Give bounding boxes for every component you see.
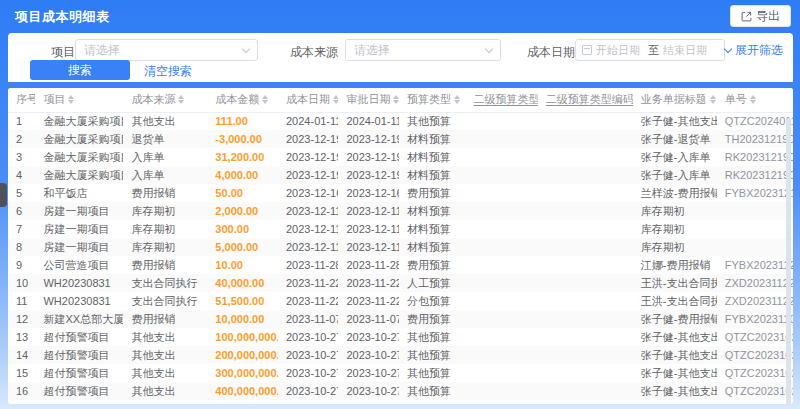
column-label: 成本金额 — [215, 92, 259, 107]
top-bar: 项目成本明细表 导出 — [0, 0, 800, 32]
cell-project: 和平饭店 — [35, 184, 123, 202]
column-header-sub_budget_code[interactable]: 二级预算类型编码 — [538, 88, 633, 112]
cell-index: 13 — [8, 328, 35, 346]
sort-desc-icon[interactable] — [710, 100, 716, 104]
column-header-amount[interactable]: 成本金额 — [207, 88, 278, 112]
cell-sub_budget_code — [538, 310, 633, 328]
end-date-input[interactable] — [663, 44, 711, 56]
cell-source: 库存期初 — [123, 202, 207, 220]
sort-desc-icon[interactable] — [333, 100, 338, 104]
clear-search-link[interactable]: 清空搜索 — [144, 63, 192, 80]
cell-amount: 4,000.00 — [207, 166, 278, 184]
cell-approve_date: 2023-10-27 — [338, 382, 398, 400]
cell-index: 9 — [8, 256, 35, 274]
sort-asc-icon[interactable] — [454, 95, 460, 99]
column-header-project[interactable]: 项目 — [35, 88, 123, 112]
table-row: 10WH20230831支出合同执行40,000.002023-11-22202… — [8, 274, 793, 292]
cell-amount: 111.00 — [207, 112, 278, 130]
column-header-doc_no[interactable]: 单号 — [717, 88, 793, 112]
sort-icons[interactable] — [262, 95, 268, 104]
cell-approve_date: 2023-11-28 — [338, 256, 398, 274]
sort-desc-icon[interactable] — [454, 100, 460, 104]
sort-desc-icon[interactable] — [68, 100, 74, 104]
sort-asc-icon[interactable] — [262, 95, 268, 99]
sort-icons[interactable] — [750, 95, 756, 104]
column-header-approve_date[interactable]: 审批日期 — [338, 88, 398, 112]
cost-date-range[interactable]: 至 — [575, 39, 725, 61]
cell-budget_type: 材料预算 — [399, 148, 466, 166]
sort-asc-icon[interactable] — [710, 95, 716, 99]
sort-icons[interactable] — [178, 95, 184, 104]
table-row: 8房建一期项目库存期初5,000.002023-12-112023-12-11材… — [8, 238, 793, 256]
sort-asc-icon[interactable] — [750, 95, 756, 99]
column-header-budget_type[interactable]: 预算类型 — [399, 88, 466, 112]
cell-approve_date: 2023-12-16 — [338, 184, 398, 202]
cell-index: 15 — [8, 364, 35, 382]
cell-doc_title: 张子健-其他支出 — [633, 346, 717, 364]
sidebar-collapse-handle[interactable] — [0, 183, 7, 207]
sort-desc-icon[interactable] — [750, 100, 756, 104]
cell-budget_type: 材料预算 — [399, 166, 466, 184]
cell-doc_title: 张子健-其他支出 — [633, 400, 717, 404]
export-icon — [741, 11, 752, 22]
search-button[interactable]: 搜索 — [30, 60, 130, 80]
cell-doc_no: QTZC20231027002 — [717, 382, 793, 400]
column-header-source[interactable]: 成本来源 — [123, 88, 207, 112]
column-header-doc_title[interactable]: 业务单据标题 — [633, 88, 717, 112]
cell-amount: 31,200.00 — [207, 148, 278, 166]
cell-approve_date: 2023-12-19 — [338, 166, 398, 184]
cell-doc_title: 张子健-其他支出 — [633, 382, 717, 400]
cell-sub_budget_code — [538, 130, 633, 148]
table-scrollbar[interactable] — [786, 118, 791, 404]
cell-doc_no — [717, 238, 793, 256]
cell-cost_date: 2023-11-22 — [278, 274, 338, 292]
sort-asc-icon[interactable] — [393, 95, 398, 99]
sort-icons[interactable] — [68, 95, 74, 104]
cell-budget_type: 其他预算 — [399, 400, 466, 404]
cost-date-filter-label: 成本日期 — [527, 44, 575, 61]
cell-budget_type: 其他预算 — [399, 346, 466, 364]
sort-icons[interactable] — [333, 95, 338, 104]
start-date-input[interactable] — [596, 44, 644, 56]
table-row: 13超付预警项目其他支出100,000,000.002023-10-272023… — [8, 328, 793, 346]
table-row: 17超付预警项目其他支出500,000,000.002023-10-272023… — [8, 400, 793, 404]
cell-sub_budget_code — [538, 364, 633, 382]
project-filter-label: 项目 — [51, 44, 75, 61]
sort-icons[interactable] — [454, 95, 460, 104]
cost-table: 序号项目成本来源成本金额成本日期审批日期预算类型二级预算类型二级预算类型编码业务… — [8, 88, 793, 404]
cell-cost_date: 2023-10-27 — [278, 364, 338, 382]
export-button[interactable]: 导出 — [730, 5, 791, 27]
sort-icons[interactable] — [393, 95, 398, 104]
cell-project: 超付预警项目 — [35, 400, 123, 404]
sort-desc-icon[interactable] — [262, 100, 268, 104]
sort-asc-icon[interactable] — [178, 95, 184, 99]
column-label: 二级预算类型 — [474, 92, 538, 107]
cell-amount: 40,000.00 — [207, 274, 278, 292]
cell-doc_title: 王洪-支出合同执行 — [633, 274, 717, 292]
cell-source: 其他支出 — [123, 382, 207, 400]
cell-cost_date: 2023-11-28 — [278, 256, 338, 274]
cell-doc_title: 张子健-其他支出 — [633, 364, 717, 382]
cell-amount: 100,000,000.00 — [207, 328, 278, 346]
cell-budget_type: 材料预算 — [399, 202, 466, 220]
sort-asc-icon[interactable] — [333, 95, 338, 99]
cell-doc_title: 张子健-其他支出 — [633, 112, 717, 130]
cell-amount: 300.00 — [207, 220, 278, 238]
cell-approve_date: 2023-11-22 — [338, 274, 398, 292]
cell-sub_budget_code — [538, 166, 633, 184]
cell-sub_budget_code — [538, 292, 633, 310]
column-header-sub_budget_type[interactable]: 二级预算类型 — [466, 88, 538, 112]
sort-asc-icon[interactable] — [68, 95, 74, 99]
cost-source-select-placeholder: 请选择 — [354, 42, 486, 59]
cell-doc_title: 张子健-入库单 — [633, 166, 717, 184]
column-header-cost_date[interactable]: 成本日期 — [278, 88, 338, 112]
sort-desc-icon[interactable] — [393, 100, 398, 104]
cost-source-select[interactable]: 请选择 — [345, 39, 501, 61]
sort-desc-icon[interactable] — [178, 100, 184, 104]
project-select[interactable]: 请选择 — [75, 39, 258, 61]
cell-doc_no: QTZC20231027002 — [717, 346, 793, 364]
expand-filters-link[interactable]: 展开筛选 — [725, 42, 783, 59]
cell-index: 12 — [8, 310, 35, 328]
column-label: 成本日期 — [286, 92, 330, 107]
sort-icons[interactable] — [710, 95, 716, 104]
